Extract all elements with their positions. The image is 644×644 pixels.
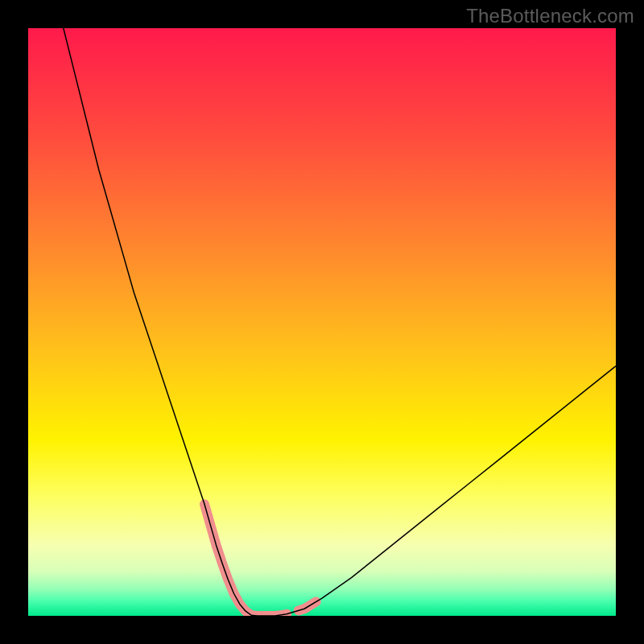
gradient-background bbox=[28, 28, 616, 616]
plot-area bbox=[28, 28, 616, 616]
chart-svg bbox=[28, 28, 616, 616]
chart-frame: TheBottleneck.com bbox=[0, 0, 644, 644]
watermark-text: TheBottleneck.com bbox=[466, 5, 634, 27]
